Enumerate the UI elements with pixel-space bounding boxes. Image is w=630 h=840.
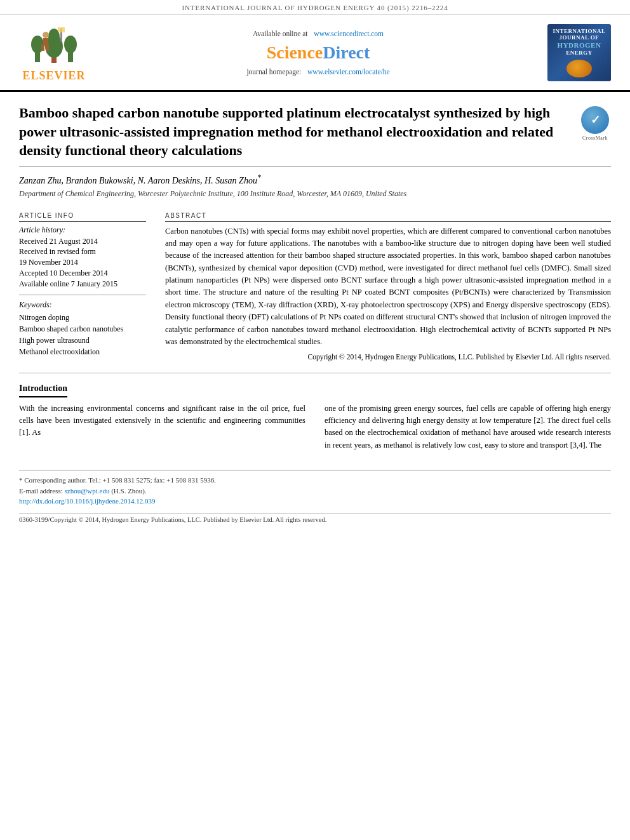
footer-text: 0360-3199/Copyright © 2014, Hydrogen Ene… (19, 516, 611, 523)
journal-cover-area: INTERNATIONAL JOURNAL OF HYDROGEN ENERGY (541, 22, 617, 83)
keywords-label: Keywords: (19, 300, 146, 310)
journal-cover-graphic (566, 60, 592, 77)
introduction-section: Introduction With the increasing environ… (19, 383, 611, 452)
crossmark-check-icon: ✓ (591, 113, 600, 127)
journal-homepage-label: journal homepage: (246, 68, 301, 76)
svg-point-3 (64, 36, 77, 53)
two-column-section: ARTICLE INFO Article history: Received 2… (19, 212, 611, 373)
intro-right-text: one of the promising green energy source… (325, 403, 611, 452)
crossmark-container: ✓ CrossMark (579, 106, 611, 141)
elsevier-tree-icon (29, 22, 79, 67)
history-group: Article history: Received 21 August 2014… (19, 225, 146, 290)
corresponding-text: * Corresponding author. Tel.: +1 508 831… (19, 476, 216, 484)
article-info-heading: ARTICLE INFO (19, 212, 146, 222)
sciencedirect-logo-text: ScienceDirect (267, 43, 370, 63)
history-label: Article history: (19, 225, 146, 235)
elsevier-brand-text: ELSEVIER (22, 69, 85, 83)
doi-line: http://dx.doi.org/10.1016/j.ijhydene.201… (19, 496, 611, 507)
journal-homepage-url[interactable]: www.elsevier.com/locate/he (307, 68, 390, 76)
intro-left-column: Introduction With the increasing environ… (19, 383, 305, 452)
keyword-3: High power ultrasound (19, 335, 146, 346)
email-link[interactable]: szhou@wpi.edu (64, 487, 109, 495)
article-info-column: ARTICLE INFO Article history: Received 2… (19, 212, 146, 363)
footnote-area: * Corresponding author. Tel.: +1 508 831… (19, 470, 611, 507)
intro-section-title: Introduction (19, 383, 67, 397)
article-title-section: Bamboo shaped carbon nanotube supported … (19, 92, 611, 167)
sciencedirect-url[interactable]: www.sciencedirect.com (314, 30, 384, 37)
revised-label: Received in revised form (19, 246, 146, 257)
abstract-column: ABSTRACT Carbon nanotubes (CNTs) with sp… (165, 212, 611, 363)
intro-left-text: With the increasing environmental concer… (19, 403, 305, 439)
accepted-date: Accepted 10 December 2014 (19, 268, 146, 279)
journal-homepage-line: journal homepage: www.elsevier.com/locat… (246, 67, 389, 77)
keyword-2: Bamboo shaped carbon nanotubes (19, 323, 146, 335)
authors-text: Zanzan Zhu, Brandon Bukowski, N. Aaron D… (19, 176, 261, 185)
authors-section: Zanzan Zhu, Brandon Bukowski, N. Aaron D… (19, 167, 611, 201)
elsevier-logo-area: ELSEVIER (13, 22, 95, 83)
available-online-line: Available online at www.sciencedirect.co… (253, 29, 384, 39)
top-bar: INTERNATIONAL JOURNAL OF HYDROGEN ENERGY… (0, 0, 630, 15)
affiliation-text: Department of Chemical Engineering, Worc… (19, 189, 611, 199)
svg-rect-10 (46, 44, 49, 51)
elsevier-logo: ELSEVIER (22, 22, 85, 83)
crossmark-label: CrossMark (582, 135, 608, 141)
keyword-1: Nitrogen doping (19, 312, 146, 323)
copyright-text: Copyright © 2014, Hydrogen Energy Public… (165, 352, 611, 362)
corresponding-author-note: * Corresponding author. Tel.: +1 508 831… (19, 475, 611, 486)
svg-rect-9 (41, 44, 44, 51)
available-text: Available online at (253, 30, 308, 37)
online-date: Available online 7 January 2015 (19, 279, 146, 290)
doi-link[interactable]: http://dx.doi.org/10.1016/j.ijhydene.201… (19, 497, 156, 505)
journal-name: INTERNATIONAL JOURNAL OF HYDROGEN ENERGY… (182, 4, 448, 11)
article-title: Bamboo shaped carbon nanotube supported … (19, 103, 573, 160)
journal-cover-text: INTERNATIONAL JOURNAL OF HYDROGEN ENERGY (553, 28, 606, 57)
authors-line: Zanzan Zhu, Brandon Bukowski, N. Aaron D… (19, 173, 611, 186)
header-center-area: Available online at www.sciencedirect.co… (102, 22, 535, 83)
email-label: E-mail address: (19, 487, 63, 495)
email-line: E-mail address: szhou@wpi.edu (H.S. Zhou… (19, 486, 611, 497)
svg-point-7 (43, 32, 49, 38)
received-date: Received 21 August 2014 (19, 236, 146, 247)
abstract-heading: ABSTRACT (165, 212, 611, 222)
journal-cover: INTERNATIONAL JOURNAL OF HYDROGEN ENERGY (547, 24, 611, 81)
intro-right-column: one of the promising green energy source… (325, 383, 611, 452)
email-name-text: (H.S. Zhou). (111, 487, 147, 495)
revised-date: 19 November 2014 (19, 257, 146, 268)
info-separator (19, 295, 146, 295)
header-section: ELSEVIER Available online at www.science… (0, 15, 630, 92)
svg-rect-12 (58, 27, 65, 32)
keywords-group: Keywords: Nitrogen doping Bamboo shaped … (19, 300, 146, 357)
footer-bar: 0360-3199/Copyright © 2014, Hydrogen Ene… (19, 513, 611, 526)
keyword-4: Methanol electrooxidation (19, 346, 146, 357)
abstract-text: Carbon nanotubes (CNTs) with special for… (165, 225, 611, 349)
crossmark-badge[interactable]: ✓ (581, 106, 609, 134)
